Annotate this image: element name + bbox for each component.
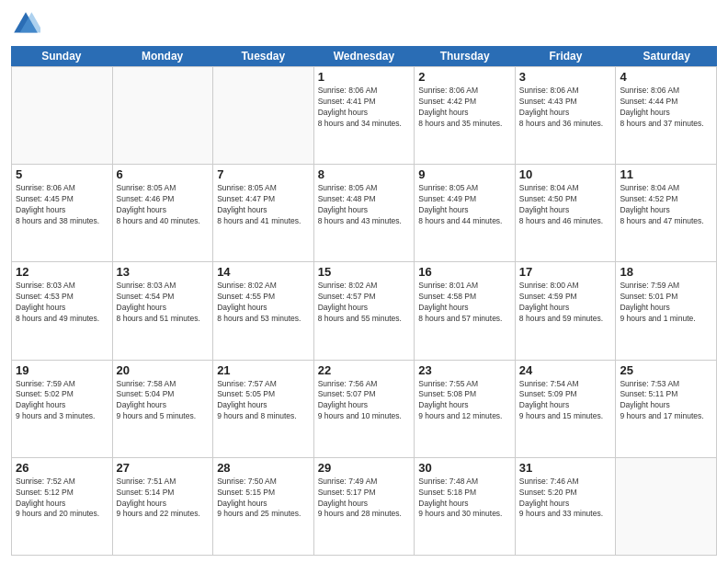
day-number: 26 (16, 461, 108, 475)
day-cell-10: 10Sunrise: 8:04 AMSunset: 4:50 PMDayligh… (516, 165, 617, 262)
week-row-0: 1Sunrise: 8:06 AMSunset: 4:41 PMDaylight… (12, 67, 717, 165)
day-number: 22 (318, 363, 411, 377)
day-info: Sunrise: 8:04 AMSunset: 4:52 PMDaylight … (620, 183, 712, 227)
day-info: Sunrise: 7:58 AMSunset: 5:04 PMDaylight … (117, 379, 210, 423)
day-cell-1: 1Sunrise: 8:06 AMSunset: 4:41 PMDaylight… (314, 67, 415, 165)
week-row-3: 19Sunrise: 7:59 AMSunset: 5:02 PMDayligh… (12, 361, 717, 458)
day-number: 4 (620, 70, 712, 84)
day-info: Sunrise: 7:56 AMSunset: 5:07 PMDaylight … (318, 379, 411, 423)
day-cell-27: 27Sunrise: 7:51 AMSunset: 5:14 PMDayligh… (113, 458, 214, 556)
weekday-header-saturday: Saturday (616, 46, 717, 66)
day-number: 24 (519, 363, 612, 377)
day-cell-31: 31Sunrise: 7:46 AMSunset: 5:20 PMDayligh… (516, 458, 617, 556)
day-info: Sunrise: 7:46 AMSunset: 5:20 PMDaylight … (519, 477, 612, 521)
logo-icon (11, 9, 40, 39)
day-cell-30: 30Sunrise: 7:48 AMSunset: 5:18 PMDayligh… (415, 458, 516, 556)
weekday-header-friday: Friday (516, 46, 617, 66)
day-info: Sunrise: 7:59 AMSunset: 5:02 PMDaylight … (16, 379, 108, 423)
day-number: 18 (620, 265, 712, 279)
day-number: 6 (117, 167, 210, 181)
day-cell-16: 16Sunrise: 8:01 AMSunset: 4:58 PMDayligh… (415, 262, 516, 360)
day-number: 29 (318, 461, 411, 475)
day-number: 19 (16, 363, 108, 377)
day-number: 21 (217, 363, 310, 377)
week-row-2: 12Sunrise: 8:03 AMSunset: 4:53 PMDayligh… (12, 262, 717, 360)
day-cell-11: 11Sunrise: 8:04 AMSunset: 4:52 PMDayligh… (616, 165, 717, 262)
day-number: 17 (519, 265, 612, 279)
day-info: Sunrise: 8:06 AMSunset: 4:43 PMDaylight … (519, 86, 612, 130)
day-cell-26: 26Sunrise: 7:52 AMSunset: 5:12 PMDayligh… (12, 458, 113, 556)
day-info: Sunrise: 8:05 AMSunset: 4:46 PMDaylight … (117, 183, 210, 227)
day-number: 2 (418, 70, 511, 84)
day-number: 12 (16, 265, 108, 279)
day-info: Sunrise: 7:57 AMSunset: 5:05 PMDaylight … (217, 379, 310, 423)
day-number: 8 (318, 167, 411, 181)
empty-cell (113, 67, 214, 165)
day-number: 27 (117, 461, 210, 475)
header (11, 9, 717, 39)
day-number: 1 (318, 70, 411, 84)
day-cell-28: 28Sunrise: 7:50 AMSunset: 5:15 PMDayligh… (213, 458, 314, 556)
day-cell-5: 5Sunrise: 8:06 AMSunset: 4:45 PMDaylight… (12, 165, 113, 262)
day-cell-6: 6Sunrise: 8:05 AMSunset: 4:46 PMDaylight… (113, 165, 214, 262)
day-info: Sunrise: 8:06 AMSunset: 4:41 PMDaylight … (318, 86, 411, 130)
weekday-header-tuesday: Tuesday (212, 46, 313, 66)
day-info: Sunrise: 8:02 AMSunset: 4:55 PMDaylight … (217, 281, 310, 325)
day-info: Sunrise: 8:06 AMSunset: 4:42 PMDaylight … (418, 86, 511, 130)
day-number: 11 (620, 167, 712, 181)
day-info: Sunrise: 7:59 AMSunset: 5:01 PMDaylight … (620, 281, 712, 325)
day-number: 5 (16, 167, 108, 181)
day-info: Sunrise: 7:54 AMSunset: 5:09 PMDaylight … (519, 379, 612, 423)
day-cell-2: 2Sunrise: 8:06 AMSunset: 4:42 PMDaylight… (415, 67, 516, 165)
day-number: 31 (519, 461, 612, 475)
day-cell-20: 20Sunrise: 7:58 AMSunset: 5:04 PMDayligh… (113, 361, 214, 458)
logo (11, 9, 44, 39)
day-number: 23 (418, 363, 511, 377)
day-number: 25 (620, 363, 712, 377)
day-number: 30 (418, 461, 511, 475)
day-info: Sunrise: 8:02 AMSunset: 4:57 PMDaylight … (318, 281, 411, 325)
day-info: Sunrise: 8:05 AMSunset: 4:47 PMDaylight … (217, 183, 310, 227)
weekday-header-sunday: Sunday (11, 46, 112, 66)
day-number: 20 (117, 363, 210, 377)
day-cell-24: 24Sunrise: 7:54 AMSunset: 5:09 PMDayligh… (516, 361, 617, 458)
empty-cell (12, 67, 113, 165)
week-row-1: 5Sunrise: 8:06 AMSunset: 4:45 PMDaylight… (12, 165, 717, 262)
day-cell-13: 13Sunrise: 8:03 AMSunset: 4:54 PMDayligh… (113, 262, 214, 360)
empty-cell (616, 458, 717, 556)
day-info: Sunrise: 8:04 AMSunset: 4:50 PMDaylight … (519, 183, 612, 227)
day-cell-14: 14Sunrise: 8:02 AMSunset: 4:55 PMDayligh… (213, 262, 314, 360)
day-number: 9 (418, 167, 511, 181)
day-info: Sunrise: 8:01 AMSunset: 4:58 PMDaylight … (418, 281, 511, 325)
day-info: Sunrise: 7:49 AMSunset: 5:17 PMDaylight … (318, 477, 411, 521)
day-info: Sunrise: 8:03 AMSunset: 4:54 PMDaylight … (117, 281, 210, 325)
day-cell-4: 4Sunrise: 8:06 AMSunset: 4:44 PMDaylight… (616, 67, 717, 165)
day-info: Sunrise: 8:06 AMSunset: 4:45 PMDaylight … (16, 183, 108, 227)
day-cell-29: 29Sunrise: 7:49 AMSunset: 5:17 PMDayligh… (314, 458, 415, 556)
day-info: Sunrise: 7:48 AMSunset: 5:18 PMDaylight … (418, 477, 511, 521)
day-cell-21: 21Sunrise: 7:57 AMSunset: 5:05 PMDayligh… (213, 361, 314, 458)
calendar: SundayMondayTuesdayWednesdayThursdayFrid… (11, 46, 717, 556)
day-cell-17: 17Sunrise: 8:00 AMSunset: 4:59 PMDayligh… (516, 262, 617, 360)
day-info: Sunrise: 7:53 AMSunset: 5:11 PMDaylight … (620, 379, 712, 423)
weekday-header-monday: Monday (112, 46, 213, 66)
day-cell-19: 19Sunrise: 7:59 AMSunset: 5:02 PMDayligh… (12, 361, 113, 458)
day-cell-12: 12Sunrise: 8:03 AMSunset: 4:53 PMDayligh… (12, 262, 113, 360)
day-cell-22: 22Sunrise: 7:56 AMSunset: 5:07 PMDayligh… (314, 361, 415, 458)
day-number: 15 (318, 265, 411, 279)
day-info: Sunrise: 7:51 AMSunset: 5:14 PMDaylight … (117, 477, 210, 521)
day-number: 14 (217, 265, 310, 279)
day-info: Sunrise: 8:00 AMSunset: 4:59 PMDaylight … (519, 281, 612, 325)
week-row-4: 26Sunrise: 7:52 AMSunset: 5:12 PMDayligh… (12, 458, 717, 556)
day-cell-15: 15Sunrise: 8:02 AMSunset: 4:57 PMDayligh… (314, 262, 415, 360)
day-cell-9: 9Sunrise: 8:05 AMSunset: 4:49 PMDaylight… (415, 165, 516, 262)
empty-cell (213, 67, 314, 165)
calendar-body: 1Sunrise: 8:06 AMSunset: 4:41 PMDaylight… (11, 66, 717, 556)
day-number: 7 (217, 167, 310, 181)
day-number: 10 (519, 167, 612, 181)
weekday-header-thursday: Thursday (415, 46, 516, 66)
day-info: Sunrise: 7:52 AMSunset: 5:12 PMDaylight … (16, 477, 108, 521)
day-cell-23: 23Sunrise: 7:55 AMSunset: 5:08 PMDayligh… (415, 361, 516, 458)
day-cell-3: 3Sunrise: 8:06 AMSunset: 4:43 PMDaylight… (516, 67, 617, 165)
day-number: 16 (418, 265, 511, 279)
